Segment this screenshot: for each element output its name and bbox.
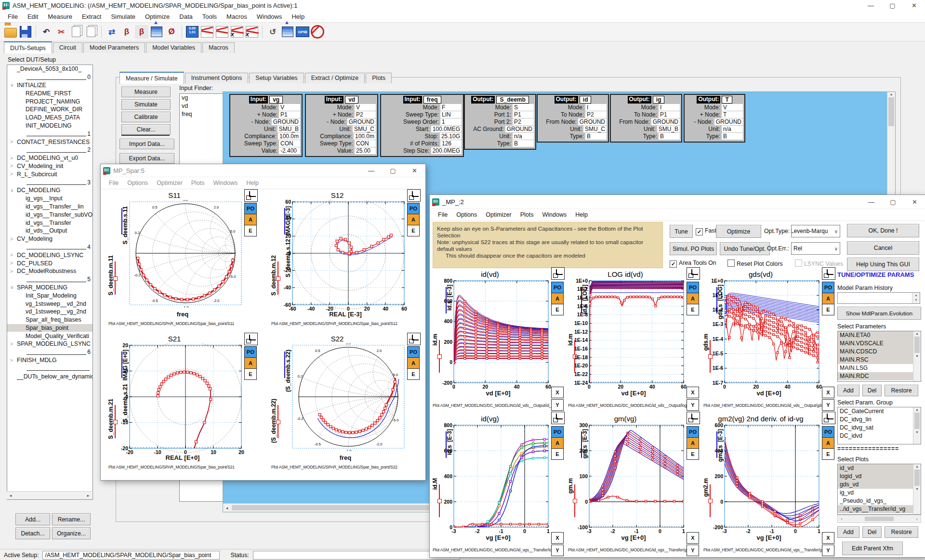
- undo-icon[interactable]: ↶: [40, 25, 53, 39]
- tab-setup-plots[interactable]: Plots: [366, 73, 392, 83]
- tab-setup-setup-variables[interactable]: Setup Variables: [249, 73, 304, 83]
- chevron-right-icon[interactable]: >: [10, 341, 17, 347]
- sidebar-detach-button[interactable]: Detach...: [15, 527, 50, 539]
- tree-hscrollbar[interactable]: ◂ ▸: [7, 491, 92, 499]
- plot-canvas-id_vg[interactable]: 8006004002000-3-2-101: [437, 423, 551, 535]
- plot-window-icon-id_vg[interactable]: [551, 412, 565, 424]
- plot-x-button-id_vd[interactable]: X: [551, 387, 564, 398]
- tree-item-id_vgs__transfer__lin[interactable]: id_vgs__Transfer__lin: [7, 203, 92, 211]
- tree-item-cv_modeling_init[interactable]: >CV_Modeling_init: [7, 162, 92, 170]
- plot-po-button-S22[interactable]: PO: [407, 346, 420, 358]
- plot-y-button-id_vd[interactable]: Y: [551, 399, 564, 411]
- plot-x-button-gm_vg[interactable]: X: [687, 532, 699, 544]
- plots-restore-button[interactable]: Restore: [885, 526, 918, 538]
- abort-icon[interactable]: Ø: [165, 25, 178, 39]
- plot-e-button-gm2_vg[interactable]: E: [822, 448, 834, 460]
- action-measure-button[interactable]: Measure: [121, 87, 171, 97]
- plot-a-button-logid_vd[interactable]: A: [687, 293, 699, 304]
- cut-icon[interactable]: ✂: [54, 25, 68, 39]
- plot-x-button-gds_vd[interactable]: X: [822, 387, 834, 398]
- plot-red-1-icon[interactable]: [200, 25, 214, 39]
- chevron-right-icon[interactable]: >: [10, 358, 17, 363]
- chevron-right-icon[interactable]: >: [10, 236, 17, 242]
- plot-e-button-S21[interactable]: E: [244, 368, 257, 380]
- params-restore-button[interactable]: Restore: [885, 385, 918, 396]
- tree-item-spar_all_freq_biases[interactable]: Spar_all_freq_biases: [7, 316, 92, 324]
- card-field-value[interactable]: P2: [585, 111, 607, 118]
- tree-item-load_meas_data[interactable]: LOAD_MEAS_DATA: [7, 114, 92, 122]
- plots-add-button[interactable]: Add: [837, 526, 859, 538]
- chevron-right-icon[interactable]: >: [10, 139, 17, 144]
- card-field-value[interactable]: 25.10G: [440, 133, 462, 140]
- plot-y-button-id_vg[interactable]: Y: [551, 545, 564, 556]
- card-field-value[interactable]: V: [355, 104, 376, 111]
- plot-canvas-gm2_vg[interactable]: 6004002000-200-3-2-101: [708, 423, 822, 535]
- card-output-ig[interactable]: Output:igMode:ITo Node:P1From Node:GROUN…: [610, 94, 682, 143]
- card-field-value[interactable]: P1: [513, 111, 534, 118]
- plot-po-button-logid_vd[interactable]: PO: [687, 282, 699, 293]
- tab-main-model-variables[interactable]: Model Variables: [146, 42, 201, 53]
- card-field-value[interactable]: LIN: [440, 111, 462, 118]
- tree-item-define_work_dir[interactable]: DEFINE_WORK_DIR: [7, 105, 92, 114]
- menu-main-file[interactable]: File: [3, 12, 23, 21]
- menu-mp-help[interactable]: Help: [571, 210, 592, 219]
- plot-window-icon-S11[interactable]: [244, 189, 258, 202]
- param-item-main-rdc[interactable]: MAIN.RDC: [838, 372, 921, 380]
- card-input-vd[interactable]: Input:vdMode:V+ Node:P2- Node:GROUNDUnit…: [305, 94, 378, 157]
- sidebar-add-button[interactable]: Add...: [15, 513, 50, 525]
- minimize-button[interactable]: —: [860, 0, 882, 11]
- action-importdata-button[interactable]: Import Data...: [119, 139, 174, 149]
- menu-mp-options[interactable]: Options: [452, 210, 481, 219]
- spar-plot-window[interactable]: MP_Spar:5 — ▢ ✕ FileOptionsOptimizerPlot…: [100, 164, 426, 481]
- menu-main-extract[interactable]: Extract: [77, 12, 106, 21]
- undo-tune-opt-button[interactable]: Undo Tune/Opt.: [720, 242, 770, 255]
- plot-red-2-icon[interactable]: [215, 25, 229, 39]
- card-field-value[interactable]: B: [585, 133, 607, 140]
- plotitem-item--id-vgs-transfer-id-vg[interactable]: ../id_vgs__Transfer/id_vg: [838, 505, 921, 513]
- open-icon[interactable]: [4, 25, 17, 39]
- plot-x-button-id_vg[interactable]: X: [551, 532, 564, 544]
- tree-item-id_vds__output[interactable]: id_vds__Output: [7, 227, 92, 235]
- plot-a-button-gm_vg[interactable]: A: [687, 437, 699, 449]
- tree-item-r_l_subcircuit[interactable]: >R_L_Subcircuit: [7, 170, 92, 178]
- menu-main-measure[interactable]: Measure: [43, 12, 77, 21]
- tab-setup-measure-simulate[interactable]: Measure / Simulate: [119, 72, 184, 84]
- card-field-value[interactable]: GROUND: [272, 118, 300, 125]
- tree-item-dc_modeling[interactable]: ∨DC_MODELING: [7, 186, 92, 195]
- chevron-right-icon[interactable]: >: [10, 171, 17, 177]
- tree-item-dc_modeling_lsync[interactable]: >DC_MODELING_LSYNC: [7, 251, 92, 259]
- model-param-history-spinner[interactable]: ▴▾: [837, 292, 920, 304]
- param-vscrollbar[interactable]: ▴▾: [913, 331, 921, 381]
- card-field-value[interactable]: 100.0m: [354, 133, 376, 140]
- plot-canvas-S12[interactable]: 6040200-20-40-60-60-40-200204060: [276, 200, 407, 313]
- plot-po-button-id_vd[interactable]: PO: [551, 282, 564, 293]
- action-exportdata-button[interactable]: Export Data...: [119, 153, 174, 164]
- card-output-t[interactable]: Output:TMode:V+ Node:T- Node:GROUNDUnit:…: [684, 94, 745, 143]
- plot-window-icon-gm2_vg[interactable]: [822, 412, 835, 424]
- plotitem-item-gds-vd[interactable]: gds_vd: [838, 481, 921, 489]
- plot-e-button-S22[interactable]: E: [407, 368, 420, 380]
- tree-item-dc_pulsed[interactable]: >DC_PULSED: [7, 259, 92, 267]
- tree-item-contact_resistances[interactable]: >CONTACT_RESISTANCES: [7, 138, 92, 146]
- plots-listbox[interactable]: id_vdlogid_vdgds_vdig_vd_Pseudo_id_vgs_.…: [837, 464, 921, 515]
- tree-scroll-left-icon[interactable]: ◂: [7, 493, 14, 498]
- tree-item-id_vgs__transfer_subvof[interactable]: id_vgs__Transfer_subVOF: [7, 210, 92, 219]
- plot-canvas-S21[interactable]: 20100-10-20-20-1001020: [113, 343, 244, 456]
- mp-maximize-button[interactable]: ▢: [882, 195, 904, 208]
- chevron-down-icon[interactable]: ∨: [10, 188, 17, 193]
- fast-checkbox-box[interactable]: ✓: [696, 228, 703, 235]
- tab-setup-instrument-options[interactable]: Instrument Options: [185, 73, 249, 83]
- menu-main-tools[interactable]: Tools: [198, 12, 222, 21]
- tree-item-cv_modeling[interactable]: >CV_Modeling: [7, 235, 92, 243]
- tree-item-vd_1stsweep__vg_2nd[interactable]: vd_1stsweep__vg_2nd: [7, 308, 92, 316]
- tree-item-id_vgs__transfer[interactable]: id_vgs__Transfer: [7, 219, 92, 227]
- tree-scroll-right-icon[interactable]: ▸: [84, 493, 92, 498]
- plot-canvas-id_vd[interactable]: 8006004002000-2000204060: [437, 279, 551, 391]
- card-field-value[interactable]: GROUND: [651, 118, 680, 125]
- edit-parent-xfm-button[interactable]: Edit Parent Xfm: [842, 542, 903, 555]
- mp-close-button[interactable]: ✕: [904, 195, 925, 208]
- tab-setup-extract-optimize[interactable]: Extract / Optimize: [305, 73, 365, 83]
- params-add-button[interactable]: Add: [837, 385, 859, 396]
- chevron-right-icon[interactable]: >: [10, 156, 17, 161]
- card-field-value[interactable]: T: [722, 111, 743, 118]
